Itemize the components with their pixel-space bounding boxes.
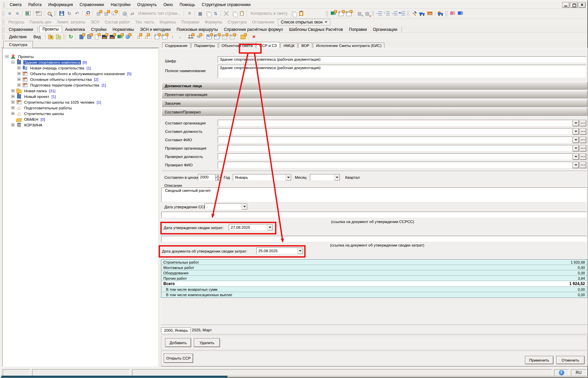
checked-post-input[interactable]	[218, 153, 572, 160]
table-row[interactable]: Строительных работ 1 920,68	[161, 260, 587, 265]
tree-collapse-icon[interactable]	[11, 61, 14, 64]
tree-expand-icon[interactable]	[11, 123, 14, 126]
pdf-icon[interactable]	[35, 10, 43, 17]
tab-struktura[interactable]: Структура	[3, 41, 33, 48]
film-crane2-icon[interactable]	[108, 33, 116, 40]
tree-item-label[interactable]: Строительство школы	[23, 112, 65, 116]
copy-icon[interactable]	[230, 10, 238, 17]
checked-org-input[interactable]	[218, 145, 572, 152]
indent-remove-icon[interactable]	[398, 10, 406, 17]
table-row[interactable]: Прочих работ 3,84	[161, 276, 587, 281]
tab-stroyki[interactable]: Стройки	[88, 26, 109, 33]
clear-x-icon[interactable]	[185, 10, 193, 17]
tree-expand-icon[interactable]	[17, 72, 20, 75]
film-crane-icon[interactable]	[101, 33, 108, 40]
tree-expand-icon[interactable]	[11, 106, 14, 109]
summary-date-combo[interactable]: 27.08.2025	[229, 224, 273, 231]
tab-obektnaya-smeta[interactable]: Объектная смета	[219, 43, 256, 48]
composed-fio-browse-button[interactable]	[580, 137, 586, 143]
people-icon[interactable]	[187, 33, 195, 40]
page-p-icon[interactable]	[153, 33, 161, 40]
menu-nastroyki[interactable]: Настройки	[107, 2, 134, 8]
project-tree[interactable]: Проекты Здание спортивного комплекса [9]…	[2, 48, 158, 367]
book-settings-icon[interactable]	[329, 10, 337, 17]
copy-doc-icon[interactable]	[289, 10, 297, 17]
tree-item-label[interactable]: Подготовительные работы	[23, 106, 72, 110]
period-tab-2000-january[interactable]: 2000, Январь	[161, 327, 191, 333]
hammer-icon[interactable]	[411, 10, 418, 17]
clipboard-icon[interactable]	[297, 10, 305, 17]
tab-parametry[interactable]: Параметры	[191, 43, 218, 48]
tab-normativy[interactable]: Нормативы	[109, 26, 137, 33]
tree-expand-icon[interactable]	[11, 112, 14, 115]
arrow-down-icon[interactable]	[176, 33, 184, 40]
composed-fio-input[interactable]	[218, 137, 572, 143]
restore-button[interactable]	[570, 2, 578, 8]
section-design-org[interactable]: Проектная организация	[162, 91, 587, 98]
percent-icon[interactable]	[195, 33, 202, 40]
refresh-icon[interactable]	[65, 10, 73, 17]
copy-to-estimate-button[interactable]: Копировать в смету	[249, 11, 289, 16]
refresh-green-icon[interactable]	[67, 33, 74, 40]
checked-fio-browse-button[interactable]	[580, 162, 586, 168]
chevron-down-icon[interactable]	[242, 204, 247, 210]
menu-spravochniki[interactable]: Справочники	[76, 2, 107, 8]
tab-ispolnenie-smety[interactable]: Исполнение Сметы контракта (ЕИС)	[313, 43, 384, 48]
description-input[interactable]: Сводный сметный расчет	[161, 187, 587, 202]
menu-otdokhnut[interactable]: Отдохнуть	[134, 2, 160, 8]
tree-item-podgotovitelnye-raboty[interactable]: Подготовительные работы	[3, 105, 158, 111]
checked-post-browse-button[interactable]	[580, 153, 586, 160]
composed-post-dropdown-button[interactable]	[573, 128, 579, 135]
send-icon[interactable]	[121, 10, 128, 17]
checked-org-browse-button[interactable]	[580, 145, 586, 152]
page-pr-icon[interactable]	[345, 10, 353, 17]
status-info-panel[interactable]	[554, 369, 569, 376]
cancel-button[interactable]: Отменить	[556, 356, 585, 364]
insert-section-icon[interactable]	[102, 10, 110, 17]
toolbar-grip[interactable]	[326, 11, 328, 16]
tree-item-label[interactable]: Новый проект	[23, 95, 50, 99]
unlock-row-icon[interactable]	[84, 10, 92, 17]
page-icon[interactable]	[93, 33, 101, 40]
tab-spravochniki[interactable]: Справочники	[6, 26, 36, 33]
chevron-down-icon[interactable]	[285, 174, 291, 180]
tree-item-novyi-proekt[interactable]: Новый проект [1]	[3, 94, 158, 99]
composed-org-browse-button[interactable]	[580, 120, 586, 126]
spin-down-icon[interactable]	[215, 177, 221, 181]
summary-link-input[interactable]	[161, 236, 587, 242]
tab-popravki[interactable]: Поправки	[346, 26, 370, 33]
menu-smeta[interactable]: Смета	[6, 2, 25, 8]
minimize-button[interactable]	[562, 2, 570, 8]
globe-icon[interactable]	[124, 33, 131, 40]
table-row[interactable]: Оборудования 0,00	[161, 270, 587, 276]
tree-item-osnovnye-obekty[interactable]: Основные объекты строительства [2]	[3, 76, 158, 82]
cut-icon[interactable]	[222, 10, 230, 17]
tree-item-label[interactable]: Проекты	[17, 55, 34, 59]
delete-button[interactable]: Удалить	[194, 338, 220, 347]
summary-doc-date-combo[interactable]: 25.08.2025	[256, 248, 303, 254]
composed-org-dropdown-button[interactable]	[573, 120, 579, 126]
comment-icon[interactable]	[110, 10, 118, 17]
tree-item-stroitelstvo-shkoly[interactable]: Строительство школы	[3, 111, 158, 116]
close-button[interactable]	[578, 2, 586, 8]
tree-item-label[interactable]: Новая очередь строительства	[30, 66, 85, 70]
tab-ssr-i-sz[interactable]: ССР и СЗ	[256, 42, 280, 48]
calculator-icon[interactable]	[196, 10, 204, 17]
paste-icon[interactable]	[238, 10, 246, 17]
tab-organizatsii[interactable]: Организации	[370, 26, 400, 33]
toolbar-grip[interactable]	[2, 34, 4, 40]
checked-org-dropdown-button[interactable]	[573, 145, 579, 152]
menu-strukturnye-spravochniki[interactable]: Структурные справочники	[198, 2, 254, 8]
open-ssr-button[interactable]: Открыть ССР	[164, 354, 193, 363]
open-windows-dropdown[interactable]: Список открытых окон	[278, 19, 330, 25]
house-icon[interactable]	[135, 33, 142, 40]
checked-fio-input[interactable]	[218, 162, 572, 168]
transfer-icon[interactable]	[128, 10, 136, 17]
menu-informatsiya[interactable]: Информация	[45, 2, 76, 8]
truck-icon[interactable]	[418, 10, 426, 17]
table-row-total[interactable]: Всего 1 924,52	[161, 281, 587, 287]
book-blue-icon[interactable]	[457, 10, 464, 17]
tree-expand-icon[interactable]	[11, 95, 14, 98]
tree-expand-icon[interactable]	[17, 66, 20, 69]
add-button[interactable]: Добавить	[165, 338, 191, 347]
